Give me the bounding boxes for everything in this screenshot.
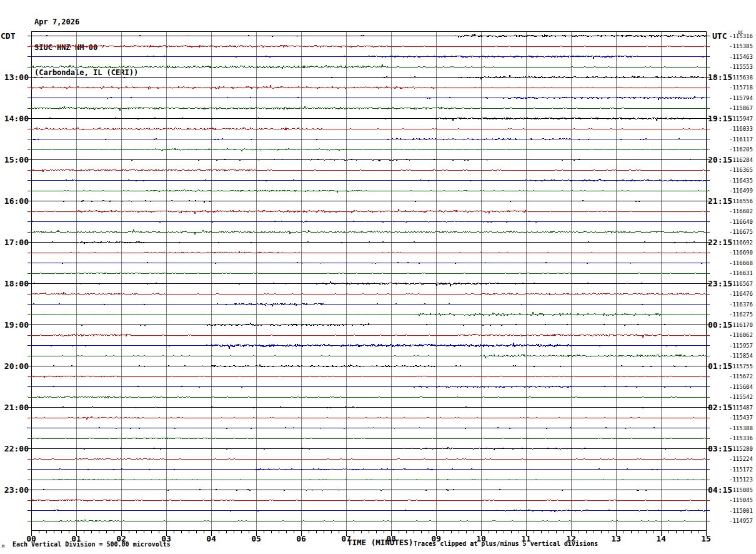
dc-offset-value: -115542: [729, 394, 753, 400]
trace-row-0: [27, 34, 710, 37]
trace-row-6: [27, 96, 710, 99]
dc-offset-value: -115224: [729, 456, 753, 462]
dc-offset-value: -116205: [729, 146, 753, 153]
trace-row-42: [27, 469, 710, 471]
right-timezone-label: UTC: [712, 31, 727, 41]
dc-offset-value: -115487: [729, 405, 753, 411]
trace-row-24: [27, 281, 710, 286]
dc-offset-value: -116499: [729, 188, 753, 194]
dc-offset-value: -116556: [729, 198, 753, 204]
trace-row-15: [27, 190, 710, 193]
trace-row-39: [27, 438, 710, 439]
dc-offset-value: -116668: [729, 260, 753, 266]
dc-offset-value: -115957: [729, 343, 753, 349]
trace-row-21: [27, 251, 710, 253]
dc-offset-value: -115854: [729, 353, 753, 359]
trace-row-27: [27, 312, 710, 316]
dc-offset-value: -116275: [729, 311, 753, 318]
trace-row-25: [27, 292, 710, 295]
dc-offset-value: -116284: [729, 157, 753, 163]
left-timezone-label: CDT: [1, 31, 16, 41]
x-axis-title: TIME (MINUTES): [347, 538, 413, 547]
trace-row-20: [27, 241, 710, 244]
dc-offset-value: -116675: [729, 229, 753, 235]
trace-row-36: [27, 406, 710, 408]
cdt-hour-label: 21:00: [4, 403, 29, 412]
trace-row-40: [27, 447, 710, 450]
cdt-hour-label: 23:00: [4, 485, 29, 495]
dc-offset-value: -115172: [729, 466, 753, 473]
trace-row-34: [27, 386, 710, 388]
trace-row-23: [27, 273, 710, 274]
watermark-glyph: M: [2, 544, 4, 549]
dc-offset-value: -116692: [729, 239, 753, 246]
trace-row-43: [27, 479, 710, 480]
trace-row-37: [27, 417, 710, 420]
dc-offset-value: -114957: [729, 518, 753, 524]
dc-offset-value: -115045: [729, 497, 753, 503]
dc-offset-value: -116117: [729, 136, 753, 143]
dc-offset-value: -116170: [729, 322, 753, 328]
trace-row-2: [27, 56, 710, 59]
dc-offset-value: -115638: [729, 74, 753, 81]
trace-row-7: [27, 106, 710, 111]
trace-row-44: [27, 490, 710, 491]
cdt-hour-label: 16:00: [4, 196, 29, 206]
trace-row-9: [27, 128, 710, 130]
cdt-hour-label: 17:00: [4, 238, 29, 247]
dc-offset-value: -115604: [729, 384, 753, 390]
dc-offset-value: -115867: [729, 105, 753, 111]
trace-row-13: [27, 169, 710, 172]
dc-offset-value: -115672: [729, 373, 753, 380]
x-tick-label: 13: [611, 534, 621, 543]
trace-row-38: [27, 428, 710, 429]
clip-note: Traces clipped at plus/minus 5 vertical …: [414, 540, 598, 547]
dc-offset-value: -115755: [729, 363, 753, 370]
trace-row-28: [27, 323, 710, 326]
x-tick-label: 04: [206, 534, 216, 543]
trace-row-11: [27, 149, 710, 152]
trace-row-30: [27, 343, 710, 349]
dc-offset-value: -116365: [729, 167, 753, 173]
dc-offset-value: -115385: [729, 43, 753, 49]
dc-offset-value: -116435: [729, 178, 753, 184]
trace-row-10: [27, 138, 710, 139]
dc-offset-value: -116476: [729, 291, 753, 297]
helicorder-plot: -115316-115385-115463-11555313:0018:15-1…: [0, 0, 756, 554]
trace-row-31: [27, 355, 710, 358]
dc-column-label: DC: [738, 30, 743, 35]
dc-offset-value: -116602: [729, 208, 753, 214]
trace-row-16: [27, 201, 710, 203]
x-tick-label: 05: [251, 534, 261, 543]
trace-row-29: [27, 334, 710, 337]
trace-row-4: [27, 75, 710, 80]
trace-row-41: [27, 458, 710, 460]
trace-row-33: [27, 376, 710, 378]
cdt-hour-label: 18:00: [4, 279, 29, 288]
cdt-hour-label: 22:00: [4, 444, 29, 453]
plot-frame: [31, 31, 706, 530]
dc-offset-value: -116640: [729, 219, 753, 225]
x-tick-label: 15: [701, 534, 711, 543]
dc-offset-value: -116631: [729, 270, 753, 276]
cdt-hour-label: 14:00: [4, 114, 29, 123]
trace-row-1: [27, 45, 710, 48]
dc-offset-value: -115336: [729, 435, 753, 441]
trace-row-19: [27, 230, 710, 234]
cdt-hour-label: 15:00: [4, 155, 29, 164]
x-tick-label: 06: [296, 534, 306, 543]
dc-offset-value: -115123: [729, 476, 753, 483]
dc-offset-value: -115718: [729, 84, 753, 91]
dc-offset-value: -115001: [729, 508, 753, 514]
trace-row-5: [27, 85, 710, 89]
trace-row-14: [27, 179, 710, 181]
dc-offset-value: -115280: [729, 446, 753, 452]
trace-row-3: [27, 64, 710, 69]
dc-offset-value: -116690: [729, 249, 753, 256]
scale-note: Each Vertical Division = 500.00 microvol…: [12, 541, 171, 548]
trace-row-35: [27, 396, 710, 398]
helicorder-page: Apr 7,2026 SIUC HNZ NM 00 (Carbondale, I…: [0, 0, 756, 554]
trace-row-17: [27, 209, 710, 214]
dc-offset-value: -116376: [729, 301, 753, 308]
dc-offset-value: -116062: [729, 332, 753, 338]
